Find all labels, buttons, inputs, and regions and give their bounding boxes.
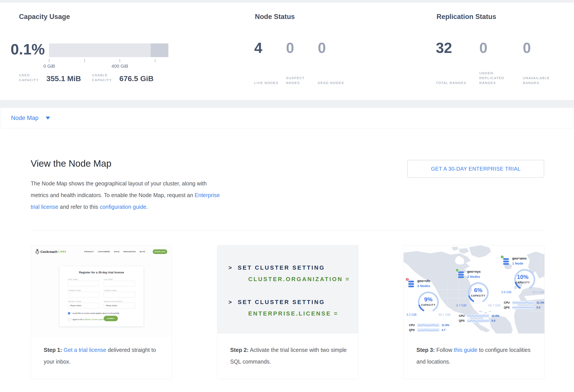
qps-label: QPS (504, 306, 512, 309)
configuration-guide-link[interactable]: configuration guide (100, 204, 146, 210)
used-capacity-group: USED CAPACITY 355.1 MiB (19, 73, 81, 82)
step3-card: 1 geo=sfo 2 Nodes 9% CAPACITY 3.2 GiB 35… (403, 245, 545, 379)
error-badge: 1 (405, 278, 409, 281)
locality-name: geo=sfo (417, 279, 430, 283)
suspect-nodes-value: 0 (286, 40, 318, 56)
used-gib: 3.6 GiB (501, 290, 512, 294)
axis-tick-label-400: 400 GiB (107, 63, 133, 69)
description-text: and refer to this (58, 204, 100, 210)
step1-caption: Step 1: Get a trial license delivered st… (44, 344, 164, 368)
qps-value: 0.0 (536, 306, 540, 309)
qps-row: QPS 4.7 (409, 328, 451, 332)
total-gib: 65.7 GiB (488, 304, 500, 307)
nav-item-docs: DOCS (114, 251, 120, 253)
capacity-details: USED CAPACITY 355.1 MiB USABLE CAPACITY … (19, 73, 154, 82)
cpu-row: CPU 42.5% (459, 314, 500, 318)
unavailable-ranges-label: UNAVAILABLE RANGES (523, 76, 554, 85)
project-phase-label: PROJECT PHASE (68, 301, 100, 302)
registration-site-illustration: Cockroach LABS PRODUCT CUSTOMERS DOCS RE… (31, 245, 172, 337)
sql-argument: ENTERPRISE.LICENSE = (248, 310, 338, 317)
live-nodes-value: 4 (254, 40, 286, 56)
locality-widget-ams: ✓ geo=ams 1 Node 10% CAPACITY 3.6 GiB 34… (501, 256, 544, 309)
download-button: DOWNLOAD (153, 249, 167, 254)
cpu-label: CPU (459, 314, 467, 317)
step3-caption: Step 3: Follow this guide to configure l… (416, 344, 536, 368)
cpu-row: CPU 11.0% (409, 323, 451, 327)
trial-license-form: Register for a 30-day trial license FIRS… (60, 266, 144, 326)
unavailable-ranges-metric: 0 UNAVAILABLE RANGES (523, 40, 566, 85)
sql-line-2: CLUSTER.ORGANIZATION = (248, 276, 350, 283)
description-line-2: metrics and health indicators. To enable… (31, 189, 220, 201)
cpu-sparkline (417, 323, 439, 327)
usable-capacity-label: USABLE CAPACITY (92, 73, 114, 82)
capacity-percent: 0.1% (11, 40, 45, 58)
capacity-bar-nonusable-segment (151, 43, 168, 57)
usable-capacity-group: USABLE CAPACITY 676.5 GiB (92, 73, 154, 82)
node-map-description: The Node Map shows the geographical layo… (31, 178, 220, 213)
replication-status-title: Replication Status (436, 13, 496, 21)
mini-site-nav: PRODUCT CUSTOMERS DOCS RESOURCES BLOG DO… (84, 249, 167, 254)
live-nodes-metric: 4 LIVE NODES (254, 40, 286, 85)
dead-nodes-metric: 0 DEAD NODES (318, 40, 349, 85)
email-updates-checkbox-row: ✓ I would like to receive email updates … (68, 312, 120, 314)
capacity-label: CAPACITY (456, 294, 500, 297)
caption-text: Follow (435, 347, 454, 353)
capacity-gauge: 6% CAPACITY 3.7 GiB 65.7 GiB (456, 281, 500, 313)
under-replicated-label: UNDER-REPLICATED RANGES (479, 71, 509, 85)
locality-header: 1 geo=sfo 2 Nodes (406, 279, 451, 290)
node-map-illustration: 1 geo=sfo 2 Nodes 9% CAPACITY 3.2 GiB 35… (404, 245, 544, 334)
step2-caption: Step 2: Activate the trial license with … (230, 344, 350, 368)
sql-commands-illustration: >SET CLUSTER SETTING CLUSTER.ORGANIZATIO… (217, 245, 358, 334)
agreement-pre-text: I agree to the (72, 318, 83, 320)
sql-command: SET CLUSTER SETTING (238, 299, 325, 305)
step-number: Step 2: (230, 347, 248, 353)
usable-capacity-value: 676.5 GiB (119, 74, 154, 83)
locality-name: geo=ams (512, 256, 527, 260)
first-name-field (68, 281, 99, 286)
qps-sparkline (467, 319, 489, 322)
locality-header: ✓ geo=nyc 2 Nodes (456, 269, 500, 281)
last-name-label: LAST NAME (104, 279, 136, 280)
checkbox-checked-icon: ✓ (68, 312, 70, 314)
nav-item-product: PRODUCT (84, 251, 94, 253)
chevron-down-icon[interactable] (46, 117, 50, 119)
locality-node-count: 2 Nodes (467, 275, 480, 279)
locality-widget-sfo: 1 geo=sfo 2 Nodes 9% CAPACITY 3.2 GiB 35… (406, 279, 451, 332)
step-number: Step 3: (416, 347, 435, 353)
capacity-bar (49, 43, 168, 57)
cpu-value: 12.3% (536, 301, 544, 304)
node-map-dropdown[interactable]: Node Map (11, 115, 39, 121)
under-replicated-value: 0 (479, 40, 523, 56)
database-icon (503, 258, 510, 265)
description-text: metrics and health indicators. To enable… (31, 192, 195, 198)
sql-line-1: >SET CLUSTER SETTING (228, 264, 325, 271)
ok-badge: ✓ (500, 255, 504, 259)
total-ranges-metric: 32 TOTAL RANGES (436, 40, 479, 85)
capacity-gauge: 10% CAPACITY 3.6 GiB 34.4 GiB (501, 267, 544, 300)
get-trial-license-link[interactable]: Get a trial license (63, 347, 106, 353)
enterprise-trial-license-link[interactable]: trial license (31, 204, 58, 210)
total-ranges-value: 32 (436, 40, 479, 56)
capacity-range: 3.6 GiB 34.4 GiB (501, 290, 544, 294)
sql-command: SET CLUSTER SETTING (238, 264, 325, 271)
used-gib: 3.7 GiB (456, 304, 467, 307)
company-email-field (104, 292, 135, 298)
capacity-range: 3.2 GiB 35.1 GiB (406, 313, 451, 316)
first-name-label: FIRST NAME (68, 279, 100, 280)
enterprise-trial-license-link[interactable]: Enterprise (195, 192, 220, 198)
email-updates-text: I would like to receive email updates ab… (72, 312, 120, 314)
this-guide-link[interactable]: this guide (454, 347, 478, 353)
used-capacity-value: 355.1 MiB (46, 74, 81, 83)
enterprise-trial-button[interactable]: GET A 30-DAY ENTERPRISE TRIAL (407, 160, 544, 178)
nav-item-blog: BLOG (140, 251, 145, 253)
suspect-nodes-metric: 0 SUSPECT NODES (286, 40, 318, 85)
locality-node-count: 1 Node (512, 261, 523, 265)
view-selector-bar[interactable]: Node Map (1, 108, 573, 128)
qps-value: 4.7 (442, 329, 445, 332)
page-top-strip (0, 0, 574, 3)
cpu-value: 11.0% (442, 324, 449, 327)
axis-tick-label-0: 0 GiB (36, 63, 62, 69)
capacity-range: 3.7 GiB 65.7 GiB (456, 304, 500, 307)
cluster-overview-page: Capacity Usage 0.1% 0 GiB 400 GiB USED C… (0, 0, 574, 392)
brand-name: Cockroach (41, 250, 58, 254)
